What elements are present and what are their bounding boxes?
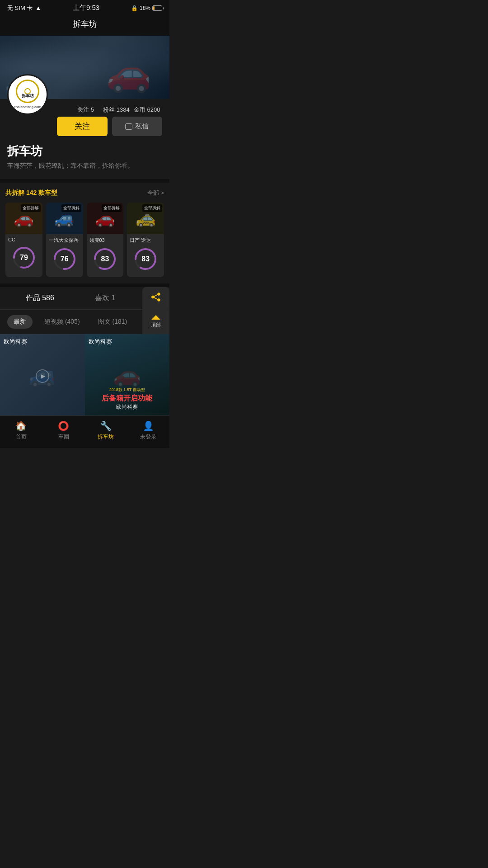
car-card-0[interactable]: 🚗 全部拆解 CC 79 — [5, 203, 42, 277]
circle-score: 76 — [53, 247, 76, 271]
nav-label-2: 拆车坊 — [98, 433, 114, 441]
score-text: 76 — [61, 255, 69, 263]
video-thumb-1[interactable]: 🚗 欧尚科赛 2018款 1.5T 自动型 后备箱开启功能 欧尚科赛 — [85, 334, 170, 415]
nav-label-0: 首页 — [16, 433, 27, 441]
video-title: 后备箱开启功能 — [89, 394, 166, 403]
status-bar: 无 SIM 卡 ▲ 上午9:53 🔒 18% — [0, 0, 169, 14]
tab-2[interactable]: 图文 (181) — [92, 315, 134, 329]
nav-item-2[interactable]: 🔧 拆车坊 — [85, 420, 127, 441]
circle-score: 79 — [12, 246, 36, 269]
car-tag: 全部拆解 — [102, 204, 122, 212]
score-text: 79 — [20, 254, 28, 262]
top-icon — [151, 315, 160, 320]
message-icon — [125, 123, 132, 130]
content-header: 作品 586 喜欢 1 分享 — [0, 287, 169, 310]
video-overlay: 2018款 1.5T 自动型 后备箱开启功能 欧尚科赛 — [89, 387, 166, 411]
stat-follows[interactable]: 关注 5 — [70, 105, 101, 114]
nav-item-0[interactable]: 🏠 首页 — [0, 420, 42, 441]
car-card-1[interactable]: 🚙 全部拆解 一汽大众探岳 76 — [46, 203, 83, 277]
nav-item-1[interactable]: ⭕ 车圈 — [42, 420, 85, 441]
play-icon: ▶ — [36, 369, 49, 383]
profile-buttons: 关注 私信 — [57, 117, 162, 136]
time-label: 上午9:53 — [73, 4, 99, 12]
video-sub: 欧尚科赛 — [89, 403, 166, 411]
likes-count: 1 — [112, 294, 116, 302]
follow-button[interactable]: 关注 — [57, 117, 108, 136]
works-count: 586 — [42, 294, 54, 302]
nav-icon-2: 🔧 — [100, 420, 112, 431]
nav-icon-1: ⭕ — [58, 420, 69, 431]
stat-fans[interactable]: 粉丝 1384 — [101, 105, 132, 114]
message-label: 私信 — [135, 122, 149, 131]
battery-fill — [153, 6, 155, 10]
video-meta: 2018款 1.5T 自动型 — [89, 387, 166, 393]
share-icon — [150, 292, 162, 306]
coins-label: 金币 6200 — [134, 106, 160, 113]
likes-tab[interactable]: 喜欢 1 — [73, 293, 138, 303]
likes-label: 喜欢 — [95, 294, 109, 302]
car-tag: 全部拆解 — [21, 204, 41, 212]
video-label: 欧尚科赛 — [89, 338, 112, 346]
content-section: 作品 586 喜欢 1 分享 最新短视频 (405)图文 (181) 顶部 🚙 — [0, 287, 169, 415]
wifi-icon: ▲ — [35, 5, 41, 11]
car-models-section: 共拆解 142 款车型 全部 > 🚗 全部拆解 CC 79 🚙 全部拆解 一汽大 — [0, 183, 169, 283]
video-car-icon: 🚗 — [113, 362, 141, 388]
car-count: 142 — [26, 189, 37, 196]
car-suffix: 款车型 — [38, 189, 57, 196]
car-score-container: 83 — [87, 245, 124, 273]
score-text: 83 — [101, 255, 109, 263]
section-divider — [0, 179, 169, 183]
cover-car-deco: 🚗 — [106, 52, 151, 94]
avatar-sub-text: chaichefang.com — [14, 105, 41, 109]
car-thumb-area: 🚗 全部拆解 — [5, 203, 42, 234]
car-score-container: 83 — [127, 245, 164, 273]
car-thumb-area: 🚗 全部拆解 — [87, 203, 124, 234]
profile-section: 拆车坊 chaichefang.com 关注 5 粉丝 1384 金币 6200… — [0, 99, 169, 179]
works-label: 作品 — [26, 294, 40, 302]
nav-icon-3: 👤 — [143, 420, 154, 431]
bottom-nav: 🏠 首页 ⭕ 车圈 🔧 拆车坊 👤 未登录 — [0, 415, 169, 448]
car-name: CC — [5, 234, 42, 244]
section-divider2 — [0, 283, 169, 287]
car-tag: 全部拆解 — [142, 204, 162, 212]
car-score-container: 76 — [46, 245, 83, 273]
status-left: 无 SIM 卡 ▲ — [7, 4, 41, 12]
status-right: 🔒 18% — [131, 5, 162, 11]
car-section-title: 共拆解 142 款车型 — [5, 189, 57, 197]
video-bg: 🚙 ▶ — [0, 334, 85, 415]
car-tag: 全部拆解 — [61, 204, 81, 212]
car-name: 领克03 — [87, 234, 124, 245]
video-grid: 🚙 ▶ 欧尚科赛 🚗 欧尚科赛 2018款 1.5T 自动型 后备箱开启功能 欧… — [0, 334, 169, 415]
stat-coins[interactable]: 金币 6200 — [131, 105, 162, 114]
car-name: 一汽大众探岳 — [46, 234, 83, 245]
battery-percent: 18% — [140, 5, 150, 11]
top-button[interactable]: 顶部 — [142, 309, 169, 334]
avatar-logo-ring — [16, 80, 39, 103]
message-button[interactable]: 私信 — [112, 117, 163, 136]
avatar-cn-label: 拆车坊 — [22, 93, 34, 99]
avatar-inner: 拆车坊 chaichefang.com — [9, 75, 47, 113]
car-section-header: 共拆解 142 款车型 全部 > — [5, 189, 164, 197]
car-more-button[interactable]: 全部 > — [147, 189, 164, 197]
profile-name: 拆车坊 — [7, 143, 162, 159]
car-card-2[interactable]: 🚗 全部拆解 领克03 83 — [87, 203, 124, 277]
battery-bar — [152, 5, 162, 11]
car-grid: 🚗 全部拆解 CC 79 🚙 全部拆解 一汽大众探岳 — [5, 203, 164, 277]
video-thumb-0[interactable]: 🚙 ▶ 欧尚科赛 — [0, 334, 85, 415]
car-card-3[interactable]: 🚕 全部拆解 日产 途达 83 — [127, 203, 164, 277]
carrier-label: 无 SIM 卡 — [7, 4, 33, 12]
car-name: 日产 途达 — [127, 234, 164, 245]
top-label: 顶部 — [151, 321, 161, 328]
circle-score: 83 — [93, 247, 117, 271]
tab-0[interactable]: 最新 — [7, 315, 33, 329]
nav-label-3: 未登录 — [140, 433, 156, 441]
nav-item-3[interactable]: 👤 未登录 — [127, 420, 169, 441]
lock-icon: 🔒 — [131, 5, 138, 11]
nav-icon-0: 🏠 — [15, 420, 27, 431]
tab-1[interactable]: 短视频 (405) — [38, 315, 86, 329]
avatar: 拆车坊 chaichefang.com — [7, 74, 48, 115]
video-label: 欧尚科赛 — [4, 338, 27, 346]
profile-bio: 车海茫茫，眼花缭乱；靠不靠谱，拆给你看。 — [7, 162, 162, 170]
follows-label: 关注 5 — [77, 106, 94, 113]
works-tab[interactable]: 作品 586 — [7, 293, 73, 303]
